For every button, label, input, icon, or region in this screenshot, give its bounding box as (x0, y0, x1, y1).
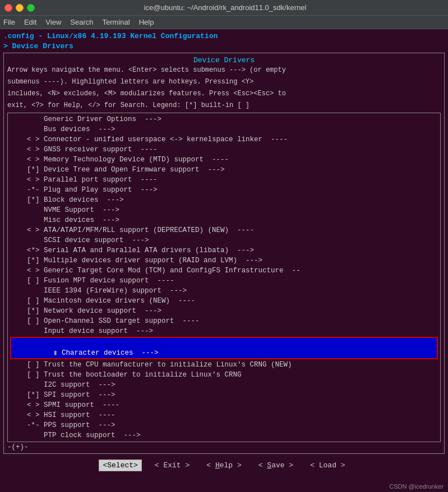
list-item[interactable]: < > Generic Target Core Mod (TCM) and Co… (10, 266, 438, 276)
list-item[interactable]: [ ] Trust the bootloader to initialize L… (10, 370, 438, 380)
list-item[interactable]: Generic Driver Options ---> (10, 114, 438, 124)
list-item[interactable]: [*] Network device support ---> (10, 306, 438, 316)
list-item[interactable]: Bus devices ---> (10, 124, 438, 134)
close-button[interactable] (4, 4, 12, 12)
minimize-button[interactable] (16, 4, 24, 12)
menu-items-box: Generic Driver Options ---> Bus devices … (7, 113, 441, 442)
help-text-2: submenus ----). Highlighted letters are … (7, 77, 441, 87)
help-text-4: exit, <?> for Help, </> for Search. Lege… (7, 101, 441, 110)
list-item[interactable]: Input device support ---> (10, 326, 438, 336)
config-box: Device Drivers Arrow keys navigate the m… (3, 53, 445, 454)
terminal-area: .config - Linux/x86 4.19.193 Kernel Conf… (0, 29, 448, 492)
list-item[interactable]: NVME Support ---> (10, 205, 438, 215)
list-item[interactable]: < > Parallel port support ---- (10, 175, 438, 185)
menubar: File Edit View Search Terminal Help (0, 16, 448, 29)
list-item[interactable]: [ ] Fusion MPT device support ---- (10, 276, 438, 286)
list-item[interactable]: < > Memory Technology Device (MTD) suppo… (10, 155, 438, 165)
character-devices-item[interactable]: ▮ Character devices ---> (11, 338, 437, 358)
breadcrumb-line2: > Device Drivers (3, 41, 445, 52)
list-item[interactable]: [*] Device Tree and Open Firmware suppor… (10, 165, 438, 175)
menu-edit[interactable]: Edit (24, 18, 36, 26)
list-item[interactable]: [*] SPI support ---> (10, 390, 438, 400)
maximize-button[interactable] (27, 4, 35, 12)
list-item[interactable]: Misc devices ---> (10, 215, 438, 225)
menu-terminal[interactable]: Terminal (103, 18, 130, 26)
plus-line: -(+)- (7, 443, 441, 451)
help-button[interactable]: < Help > (202, 459, 245, 471)
config-title: Device Drivers (7, 55, 441, 66)
list-item[interactable]: SCSI device support ---> (10, 235, 438, 245)
list-item[interactable]: IEEE 1394 (FireWire) support ---> (10, 286, 438, 296)
titlebar-title: ice@ubuntu: ~/Android/rk_android11.0_sdk… (35, 3, 415, 12)
watermark: CSDN @icedrunker (389, 483, 444, 490)
selected-item-wrapper: ▮ Character devices ---> (10, 337, 438, 359)
list-item[interactable]: [ ] Macintosh device drivers (NEW) ---- (10, 296, 438, 306)
titlebar: ice@ubuntu: ~/Android/rk_android11.0_sdk… (0, 0, 448, 16)
list-item[interactable]: < > ATA/ATAPI/MFM/RLL support (DEPRECATE… (10, 225, 438, 235)
select-button[interactable]: <Select> (99, 459, 141, 471)
list-item[interactable]: <*> Serial ATA and Parallel ATA drivers … (10, 245, 438, 256)
window-controls (4, 4, 35, 12)
list-item[interactable]: I2C support ---> (10, 380, 438, 390)
exit-button[interactable]: < Exit > (151, 459, 193, 471)
list-item[interactable]: < > HSI support ---- (10, 410, 438, 420)
menu-help[interactable]: Help (139, 18, 154, 26)
list-item[interactable]: < > Connector - unified userspace <-> ke… (10, 134, 438, 145)
breadcrumb-line1: .config - Linux/x86 4.19.193 Kernel Conf… (3, 31, 445, 41)
help-text-1: Arrow keys navigate the menu. <Enter> se… (7, 66, 441, 75)
save-button[interactable]: < Save > (255, 459, 297, 471)
list-item[interactable]: PTP clock support ---> (10, 430, 438, 440)
list-item[interactable]: < > SPMI support ---- (10, 400, 438, 410)
list-item[interactable]: -*- Plug and Play support ---> (10, 185, 438, 195)
menu-search[interactable]: Search (70, 18, 93, 26)
list-item[interactable]: -*- PPS support ---> (10, 420, 438, 430)
help-text-3: includes, <N> excludes, <M> modularizes … (7, 89, 441, 99)
list-item[interactable]: [*] Multiple devices driver support (RAI… (10, 256, 438, 266)
menu-view[interactable]: View (45, 18, 61, 26)
list-item[interactable]: < > GNSS receiver support ---- (10, 145, 438, 155)
list-item[interactable]: [ ] Open-Channel SSD target support ---- (10, 316, 438, 326)
menu-file[interactable]: File (3, 18, 15, 26)
list-item[interactable]: [ ] Trust the CPU manufacturer to initia… (10, 360, 438, 370)
bottom-buttons: <Select> < Exit > < Help > < Save > < Lo… (3, 455, 445, 474)
load-button[interactable]: < Load > (306, 459, 349, 471)
list-item[interactable]: [*] Block devices ---> (10, 195, 438, 205)
